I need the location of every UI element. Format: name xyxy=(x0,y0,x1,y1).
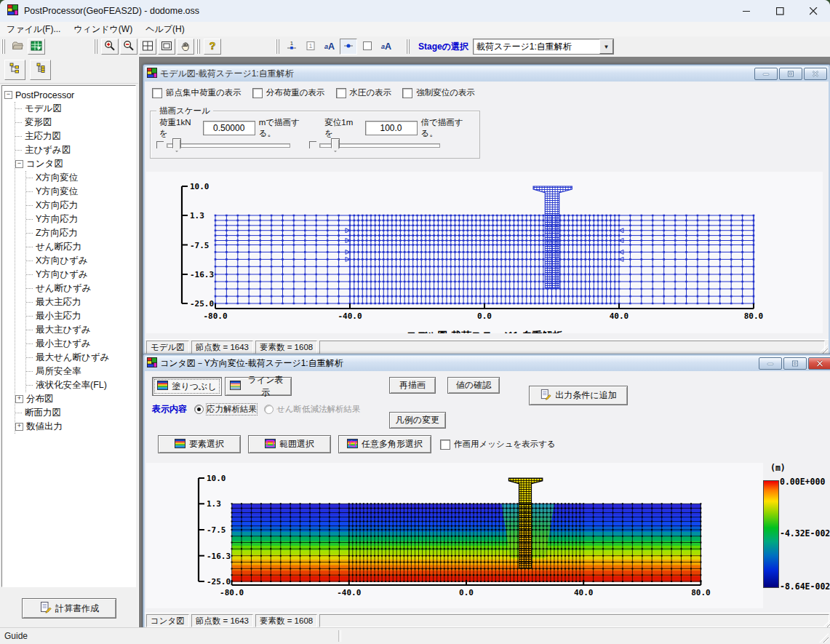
polygon-select-button[interactable]: 任意多角形選択 xyxy=(338,435,431,453)
checkbox-dist-load[interactable]: 分布荷重の表示 xyxy=(252,87,325,98)
child-close-button[interactable] xyxy=(804,68,827,80)
checkbox-forced-disp[interactable]: 強制変位の表示 xyxy=(402,87,475,98)
load-scale-input[interactable] xyxy=(203,121,255,135)
fit-view-button[interactable] xyxy=(139,39,156,55)
contour-window-title: コンタ図－Y方向変位-載荷ステージ1:自重解析 xyxy=(157,357,759,370)
element-font-button[interactable]: aA xyxy=(378,39,395,55)
title-bar[interactable]: PostProcessor(GeoFEAS2D) - dodome.oss xyxy=(0,0,830,22)
tree-item-液状化安全率(FL)[interactable]: 液状化安全率(FL) xyxy=(26,378,135,392)
tree-item-コンタ図[interactable]: −コンタ図 xyxy=(15,157,135,171)
contour-window[interactable]: コンタ図－Y方向変位-載荷ステージ1:自重解析 塗りつぶし xyxy=(143,354,830,630)
disp-scale-input[interactable] xyxy=(365,121,418,135)
legend-change-button[interactable]: 凡例の変更 xyxy=(389,412,446,429)
tree-item-PostProcessor[interactable]: −PostProcessor xyxy=(4,88,135,102)
stage-select-dropdown[interactable]: 載荷ステージ1:自重解析 ▼ xyxy=(473,39,614,55)
blank-box-button[interactable] xyxy=(359,39,376,55)
collapse-icon[interactable]: − xyxy=(4,91,12,99)
child-window-icon xyxy=(147,68,157,81)
element-number-button[interactable]: 1 xyxy=(302,39,319,55)
chevron-down-icon[interactable]: ▼ xyxy=(599,39,613,54)
expand-icon[interactable]: + xyxy=(15,395,23,403)
stage-select-value: 載荷ステージ1:自重解析 xyxy=(474,41,599,53)
node-number-button[interactable]: 1 xyxy=(283,39,300,55)
tree-item-主応力図[interactable]: 主応力図 xyxy=(15,130,135,143)
line-mode-button[interactable]: ライン表示 xyxy=(225,377,292,396)
notepad-pencil-icon xyxy=(540,389,551,402)
zoom-window-button[interactable] xyxy=(158,39,175,55)
tree-item-X方向応力[interactable]: X方向応力 xyxy=(26,199,135,212)
load-scale-suffix: mで描画する。 xyxy=(259,117,316,139)
contour-plot[interactable]: 10.01.3-7.5-16.3-25.0-80.0-40.00.040.080… xyxy=(146,463,763,608)
tree-item-局所安全率[interactable]: 局所安全率 xyxy=(26,365,135,378)
menu-help[interactable]: ヘルプ(H) xyxy=(139,22,191,36)
load-scale-slider[interactable] xyxy=(156,138,290,151)
child-restore-button[interactable] xyxy=(779,68,802,80)
model-mesh-plot[interactable]: 10.01.3-7.5-16.3-25.0-80.0-40.00.040.080… xyxy=(146,172,823,333)
tree-item-Y方向応力[interactable]: Y方向応力 xyxy=(26,212,135,226)
tree-item-X方向変位[interactable]: X方向変位 xyxy=(26,171,135,185)
menu-window[interactable]: ウィンドウ(W) xyxy=(67,22,139,36)
value-check-button[interactable]: 値の確認 xyxy=(447,377,500,394)
tree-item-せん断ひずみ[interactable]: せん断ひずみ xyxy=(26,282,135,295)
export-table-button[interactable] xyxy=(28,39,45,55)
tree-item-せん断応力[interactable]: せん断応力 xyxy=(26,240,135,254)
create-report-button[interactable]: 計算書作成 xyxy=(22,598,116,619)
child-close-button[interactable] xyxy=(808,357,830,370)
slider-check[interactable] xyxy=(156,141,164,148)
disp-scale-slider[interactable] xyxy=(309,138,440,151)
tree-item-最大主ひずみ[interactable]: 最大主ひずみ xyxy=(26,323,135,337)
contour-legend: (m) 0.00E+000 -4.32E-002 -8.64E-002 xyxy=(762,463,830,608)
collapse-tree-button[interactable] xyxy=(30,60,51,80)
child-minimize-button[interactable] xyxy=(759,357,782,370)
expand-icon[interactable]: + xyxy=(15,423,23,431)
slider-check[interactable] xyxy=(309,141,316,148)
tree-item-最小主ひずみ[interactable]: 最小主ひずみ xyxy=(26,337,135,351)
tree-item-Y方向変位[interactable]: Y方向変位 xyxy=(26,185,135,199)
checkbox-node-load[interactable]: 節点集中荷重の表示 xyxy=(152,87,242,98)
slider-thumb[interactable] xyxy=(331,138,340,152)
expand-tree-button[interactable] xyxy=(4,60,25,80)
tree-item-Y方向ひずみ[interactable]: Y方向ひずみ xyxy=(26,268,135,282)
maximize-button[interactable] xyxy=(763,0,797,22)
checkbox-show-draw-mesh[interactable]: 作画用メッシュを表示する xyxy=(440,439,556,450)
app-resize-grip[interactable] xyxy=(819,633,829,643)
zoom-window-icon xyxy=(161,40,172,54)
fill-mode-button[interactable]: 塗りつぶし xyxy=(152,377,222,396)
tree-item-数値出力[interactable]: +数値出力 xyxy=(15,420,135,434)
redraw-button[interactable]: 再描画 xyxy=(389,377,436,394)
zoom-in-button[interactable] xyxy=(101,39,119,55)
tree-item-最大主応力[interactable]: 最大主応力 xyxy=(26,295,135,309)
tree-item-分布図[interactable]: +分布図 xyxy=(15,392,135,406)
node-mark-button[interactable] xyxy=(340,39,357,55)
contour-window-titlebar[interactable]: コンタ図－Y方向変位-載荷ステージ1:自重解析 xyxy=(145,356,830,371)
node-font-button[interactable]: aA xyxy=(321,39,338,55)
child-minimize-button[interactable] xyxy=(754,68,778,80)
child-restore-button[interactable] xyxy=(783,357,807,370)
slider-thumb[interactable] xyxy=(172,138,181,152)
tree-item-モデル図[interactable]: モデル図 xyxy=(15,102,135,116)
tree-item-断面力図[interactable]: 断面力図 xyxy=(15,406,135,420)
checkbox-water-pressure[interactable]: 水圧の表示 xyxy=(336,87,392,98)
tree-item-Z方向応力[interactable]: Z方向応力 xyxy=(26,226,135,240)
element-select-button[interactable]: 要素選択 xyxy=(158,435,241,453)
zoom-out-button[interactable] xyxy=(120,39,137,55)
add-output-button[interactable]: 出力条件に追加 xyxy=(529,386,628,405)
model-window[interactable]: モデル図-載荷ステージ1:自重解析 節点集中荷重の表示 分布荷重の表示 水圧の表… xyxy=(143,64,830,357)
tree-item-最小主応力[interactable]: 最小主応力 xyxy=(26,309,135,323)
model-window-titlebar[interactable]: モデル図-載荷ステージ1:自重解析 xyxy=(145,66,829,82)
collapse-icon[interactable]: − xyxy=(15,160,23,168)
radio-stress-result[interactable]: 応力解析結果 xyxy=(194,404,257,415)
tree-item-最大せん断ひずみ[interactable]: 最大せん断ひずみ xyxy=(26,351,135,365)
tree-item-X方向ひずみ[interactable]: X方向ひずみ xyxy=(26,254,135,268)
range-select-button[interactable]: 範囲選択 xyxy=(248,435,331,453)
tree-item-変形図[interactable]: 変形図 xyxy=(15,116,135,130)
menu-file[interactable]: ファイル(F)... xyxy=(0,22,67,36)
help-button[interactable]: ? xyxy=(204,39,221,55)
open-file-button[interactable] xyxy=(9,39,26,55)
close-button[interactable] xyxy=(797,0,830,22)
tree-item-主ひずみ図[interactable]: 主ひずみ図 xyxy=(15,143,135,157)
legend-min: -8.64E-002 xyxy=(780,581,830,592)
minimize-button[interactable] xyxy=(730,0,763,22)
radio-shear-reduction-result[interactable]: せん断低減法解析結果 xyxy=(264,404,361,415)
pan-button[interactable] xyxy=(177,39,194,55)
